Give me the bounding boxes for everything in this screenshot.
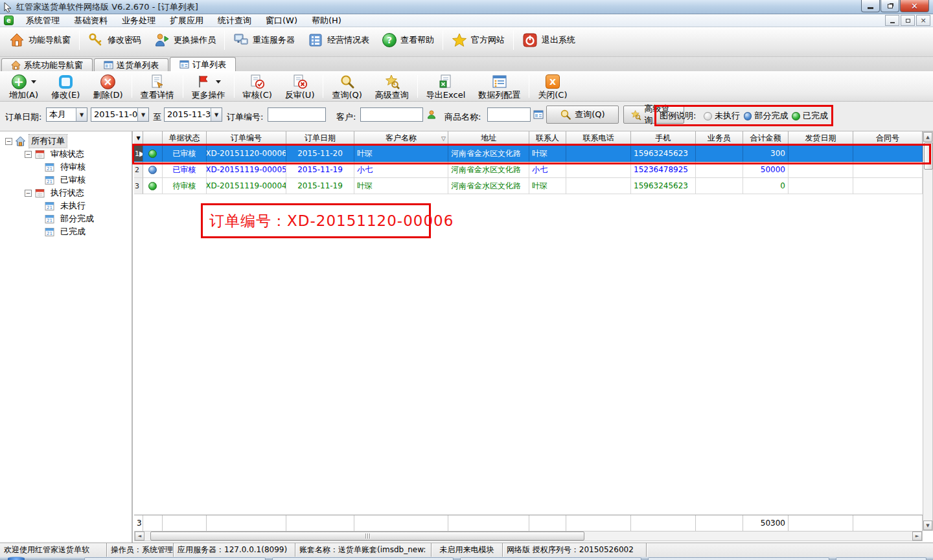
tree-item-execution-status[interactable]: − 执行状态 xyxy=(0,186,132,199)
chevron-down-icon[interactable]: ▼ xyxy=(76,108,87,121)
date-preset-select[interactable]: 本月▼ xyxy=(46,107,87,122)
product-name-input[interactable] xyxy=(487,107,531,122)
table-cell xyxy=(789,146,853,162)
taskbar-button[interactable] xyxy=(836,557,927,560)
tree-item-audit-status[interactable]: − 审核状态 xyxy=(0,148,132,161)
reconnect-server-button[interactable]: 重连服务器 xyxy=(227,29,301,51)
more-actions-button[interactable]: 更多操作 xyxy=(185,73,232,100)
chevron-down-icon[interactable]: ▼ xyxy=(211,108,222,121)
taskbar-button[interactable] xyxy=(84,557,266,560)
taskbar-button[interactable] xyxy=(648,557,829,560)
column-header[interactable]: 地址 xyxy=(448,131,529,146)
tab-system-nav[interactable]: 系统功能导航窗 xyxy=(1,58,93,71)
collapse-icon[interactable]: − xyxy=(25,190,32,197)
chevron-down-icon[interactable] xyxy=(31,80,36,84)
action-toolbar: 增加(A) 修改(E) 删除(D) 查看详情 更多操作 审核(C) 反审(U) xyxy=(0,71,933,102)
column-header[interactable]: 订单编号 xyxy=(207,131,286,146)
tree-item-partial-complete[interactable]: 21 部分完成 xyxy=(0,212,132,225)
modify-button[interactable]: 修改(E) xyxy=(45,73,86,100)
official-website-button[interactable]: 官方网站 xyxy=(445,29,511,51)
main-toolbar: 功能导航窗 修改密码 更换操作员 重连服务器 经营情况表 ? 查看帮助 官方网站 xyxy=(0,27,933,57)
menu-basic-data[interactable]: 基础资料 xyxy=(67,14,115,27)
collapse-icon[interactable]: − xyxy=(25,151,32,158)
menu-system[interactable]: 系统管理 xyxy=(19,14,67,27)
tree-item-audited[interactable]: 21 已审核 xyxy=(0,174,132,186)
column-header[interactable]: ▼ xyxy=(134,131,143,146)
close-button[interactable]: ✕ xyxy=(900,0,929,12)
calendar-red-icon xyxy=(34,188,45,198)
tree-item-pending-audit[interactable]: 21 待审核 xyxy=(0,161,132,174)
scroll-left-button[interactable]: ◄ xyxy=(135,532,144,541)
customer-lookup-icon[interactable] xyxy=(426,109,437,120)
not-executed-status-icon xyxy=(704,112,712,120)
vertical-scroll-thumb[interactable] xyxy=(924,142,933,170)
query-button[interactable]: 查询(Q) xyxy=(325,73,368,100)
restore-button[interactable] xyxy=(881,0,899,12)
column-header[interactable] xyxy=(143,131,163,146)
column-header[interactable]: 发货日期 xyxy=(789,131,853,146)
menu-help[interactable]: 帮助(H) xyxy=(305,14,349,27)
audit-button[interactable]: 审核(C) xyxy=(236,73,279,100)
column-config-button[interactable]: 数据列配置 xyxy=(472,73,527,100)
close-tab-button[interactable]: 关闭(C) xyxy=(531,73,573,100)
menu-extensions[interactable]: 扩展应用 xyxy=(163,14,211,27)
column-header[interactable]: 订单日期 xyxy=(286,131,354,146)
switch-operator-button[interactable]: 更换操作员 xyxy=(148,29,222,51)
unaudit-button[interactable]: 反审(U) xyxy=(279,73,321,100)
collapse-icon[interactable]: − xyxy=(5,138,12,145)
column-header[interactable]: 联系电话 xyxy=(566,131,631,146)
business-report-button[interactable]: 经营情况表 xyxy=(301,29,376,51)
nav-window-button[interactable]: 功能导航窗 xyxy=(3,29,77,51)
start-orb-icon[interactable] xyxy=(8,557,25,560)
column-header[interactable]: 业务员 xyxy=(696,131,743,146)
table-row[interactable]: 1▶已审核XD-20151120-000062015-11-20叶琛河南省金水区… xyxy=(134,146,923,162)
vertical-scrollbar[interactable]: ▲ ▼ xyxy=(923,131,933,531)
query-filter-button[interactable]: 查询(Q) xyxy=(546,106,619,124)
mdi-minimize-button[interactable] xyxy=(885,15,899,26)
tree-item-not-executed[interactable]: 21 未执行 xyxy=(0,199,132,212)
mdi-close-button[interactable]: × xyxy=(916,15,930,26)
column-header[interactable]: 手机 xyxy=(631,131,696,146)
taskbar-button[interactable] xyxy=(460,557,641,560)
toolbar-separator xyxy=(224,30,225,50)
scroll-up-button[interactable]: ▲ xyxy=(923,132,932,142)
menu-statistics[interactable]: 统计查询 xyxy=(211,14,259,27)
tab-delivery-list[interactable]: 送货单列表 xyxy=(94,58,168,71)
taskbar-button[interactable] xyxy=(272,557,454,560)
column-header[interactable]: 合同号 xyxy=(853,131,923,146)
view-help-button[interactable]: ? 查看帮助 xyxy=(376,29,441,51)
scroll-down-button[interactable]: ▼ xyxy=(923,521,932,530)
customer-input[interactable] xyxy=(360,107,423,122)
table-cell xyxy=(853,146,923,162)
customer-label: 客户: xyxy=(336,110,356,124)
add-button[interactable]: 增加(A) xyxy=(3,73,45,100)
scroll-right-button[interactable]: ► xyxy=(912,532,922,541)
column-header[interactable]: 联系人 xyxy=(529,131,566,146)
chevron-down-icon[interactable]: ▼ xyxy=(137,108,148,121)
date-to-select[interactable]: 2015-11-30▼ xyxy=(164,107,222,122)
horizontal-scroll-thumb[interactable] xyxy=(150,532,584,541)
menu-window[interactable]: 窗口(W) xyxy=(259,14,305,27)
table-row[interactable]: 3待审核XD-20151119-000042015-11-19叶琛河南省金水区文… xyxy=(134,178,923,194)
table-row[interactable]: 2已审核XD-20151119-000052015-11-19小七河南省金水区文… xyxy=(134,162,923,178)
product-lookup-icon[interactable] xyxy=(533,109,544,120)
minimize-button[interactable] xyxy=(861,0,880,12)
date-from-select[interactable]: 2015-11-01▼ xyxy=(91,107,149,122)
tree-item-all-orders[interactable]: − 所有订单 xyxy=(0,135,132,148)
delete-button[interactable]: 删除(D) xyxy=(86,73,129,100)
column-header[interactable]: 合计金额 xyxy=(743,131,789,146)
export-excel-button[interactable]: 导出Excel xyxy=(420,73,472,100)
horizontal-scrollbar[interactable]: ◄ ► xyxy=(134,531,923,541)
change-password-button[interactable]: 修改密码 xyxy=(82,29,148,51)
menu-business[interactable]: 业务处理 xyxy=(115,14,163,27)
mdi-restore-button[interactable] xyxy=(901,15,915,26)
exit-system-button[interactable]: 退出系统 xyxy=(516,29,582,51)
column-header[interactable]: 客户名称▽ xyxy=(354,131,448,146)
chevron-down-icon[interactable] xyxy=(216,80,221,84)
advanced-query-button[interactable]: 高级查询 xyxy=(369,73,415,100)
column-header[interactable]: 单据状态 xyxy=(163,131,207,146)
view-details-button[interactable]: 查看详情 xyxy=(134,73,181,100)
order-no-input[interactable] xyxy=(268,107,326,122)
tree-item-completed[interactable]: 21 已完成 xyxy=(0,225,132,238)
tab-order-list[interactable]: 订单列表 xyxy=(170,57,236,71)
